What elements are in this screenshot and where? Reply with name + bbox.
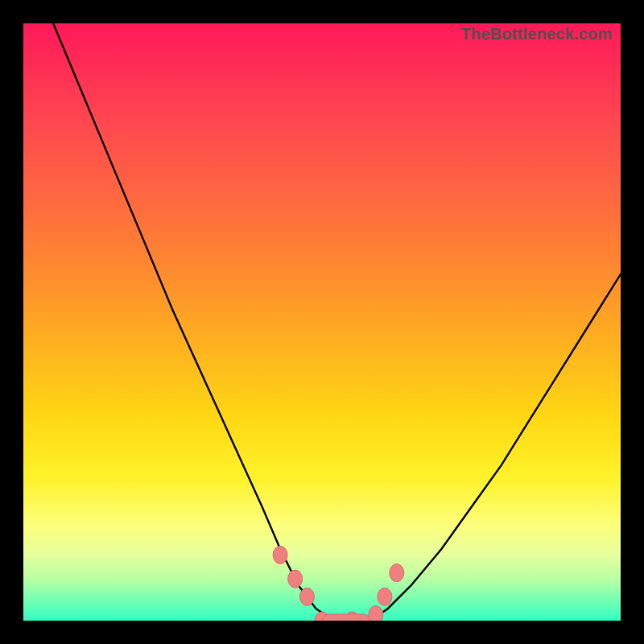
curve-marker [390, 564, 404, 582]
chart-frame: TheBottleneck.com [0, 0, 644, 644]
bottleneck-curve [53, 23, 621, 621]
marker-group [273, 546, 404, 621]
curve-marker [288, 570, 303, 588]
curve-marker [369, 606, 383, 621]
plot-area: TheBottleneck.com [23, 23, 621, 621]
curve-marker [273, 546, 287, 564]
curve-marker [378, 588, 392, 605]
curve-marker [299, 588, 314, 605]
chart-overlay [23, 23, 621, 621]
valley-floor-marker [322, 614, 369, 621]
